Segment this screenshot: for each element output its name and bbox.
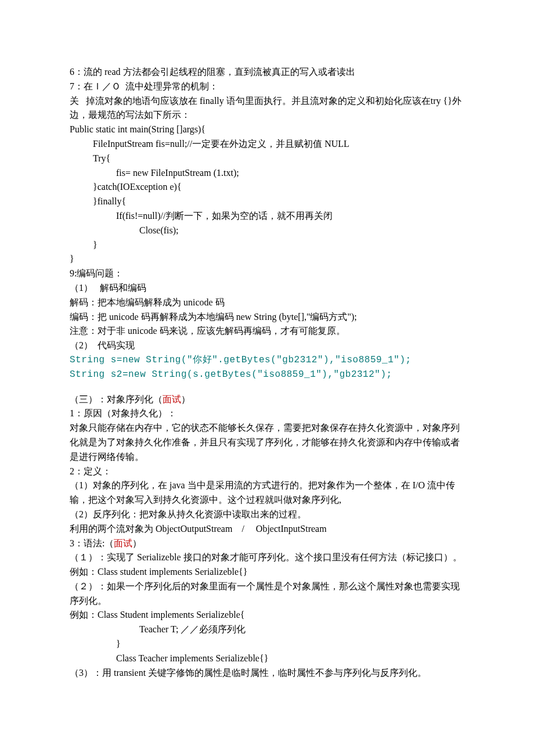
text-line: 例如：Class Student implements Serializeble… — [70, 608, 464, 622]
section-heading: （三）：对象序列化（面试） — [70, 393, 464, 407]
code-sample-line: String s2=new String(s.getBytes("iso8859… — [70, 368, 464, 382]
code-line: }finally{ — [70, 195, 464, 209]
text-line: 注意：对于非 unicode 码来说，应该先解码再编码，才有可能复原。 — [70, 324, 464, 339]
text-part: ） — [132, 538, 142, 548]
code-line: } — [70, 252, 464, 267]
text-paragraph: （２）：如果一个序列化后的对象里面有一个属性是个对象属性，那么这个属性对象也需要… — [70, 579, 464, 609]
heading-text-part: ） — [181, 394, 190, 404]
text-line: （1） 解码和编码 — [70, 281, 464, 296]
text-line: 解码：把本地编码解释成为 unicode 码 — [70, 296, 464, 310]
text-line: 例如：Class student implements Serializeble… — [70, 565, 464, 579]
text-line: 关 掉流对象的地语句应该放在 finally 语句里面执行。并且流对象的定义和初… — [70, 94, 464, 123]
code-line: fis= new FileInputStream (1.txt); — [70, 166, 464, 181]
code-line: Try{ — [70, 152, 464, 166]
code-line: If(fis!=null)//判断一下，如果为空的话，就不用再关闭 — [70, 209, 464, 224]
text-line: 利用的两个流对象为 ObjectOutputStream / ObjectInp… — [70, 522, 464, 537]
code-line: Class Teacher implements Serializeble{} — [70, 651, 464, 666]
text-line: 9:编码问题： — [70, 267, 464, 281]
code-line: }catch(IOException e){ — [70, 180, 464, 195]
blank-line — [70, 382, 464, 393]
heading-text-part: （三）：对象序列化（ — [70, 394, 163, 404]
highlight-text: 面试 — [114, 538, 132, 548]
text-line: 1：原因（对象持久化）： — [70, 406, 464, 421]
text-paragraph: （1）对象的序列化，在 java 当中是采用流的方式进行的。把对象作为一个整体，… — [70, 478, 464, 507]
text-line: 6：流的 read 方法都会引起线程的阻塞，直到流被真正的写入或者读出 — [70, 65, 464, 80]
text-line: 编码：把 unicode 码再解释成为本地编码 new String (byte… — [70, 310, 464, 325]
document-page: 6：流的 read 方法都会引起线程的阻塞，直到流被真正的写入或者读出 7：在Ｉ… — [0, 0, 534, 750]
code-line: Teacher T; ／／必须序列化 — [70, 622, 464, 637]
code-sample-line: String s=new String("你好".getBytes("gb231… — [70, 353, 464, 368]
text-part: 3：语法:（ — [70, 538, 114, 548]
text-line: （2）反序列化：把对象从持久化资源中读取出来的过程。 — [70, 507, 464, 522]
code-line: } — [70, 637, 464, 651]
text-paragraph: （１）：实现了 Serializeble 接口的对象才能可序列化。这个接口里没有… — [70, 550, 464, 565]
code-line: } — [70, 238, 464, 253]
text-paragraph: 对象只能存储在内存中，它的状态不能够长久保存，需要把对象保存在持久化资源中，对象… — [70, 421, 464, 464]
text-line: （3）：用 transient 关键字修饰的属性是临时属性，临时属性不参与序列化… — [70, 666, 464, 681]
code-line: Close(fis); — [70, 224, 464, 238]
text-line: 3：语法:（面试） — [70, 537, 464, 551]
code-line: Public static int main(String []args){ — [70, 123, 464, 137]
code-line: FileInputStream fis=null;//一定要在外边定义，并且赋初… — [70, 137, 464, 152]
text-line: 7：在Ｉ／Ｏ 流中处理异常的机制： — [70, 80, 464, 94]
highlight-text: 面试 — [163, 394, 181, 404]
text-line: 2：定义： — [70, 465, 464, 479]
text-line: （2） 代码实现 — [70, 339, 464, 353]
